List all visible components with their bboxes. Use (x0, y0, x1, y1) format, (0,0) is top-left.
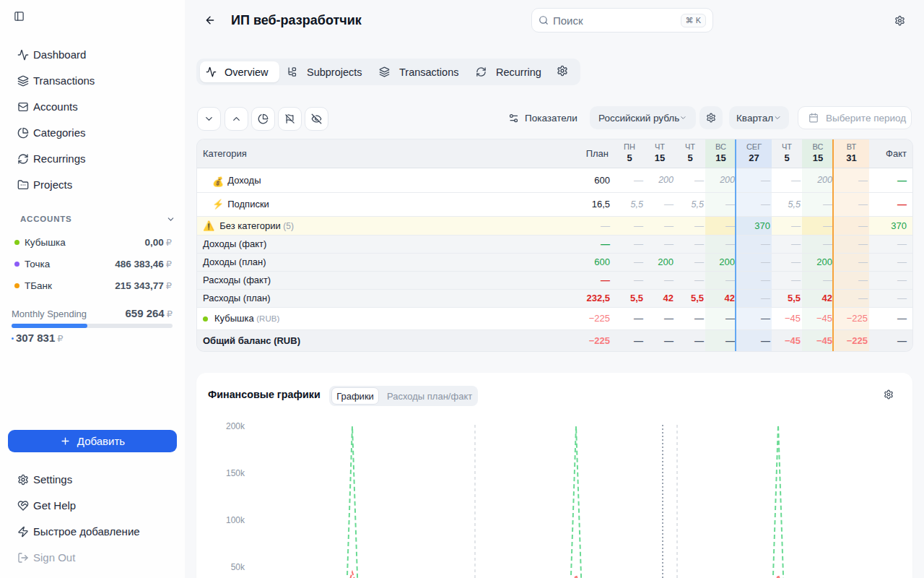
svg-text:150k: 150k (226, 468, 245, 478)
svg-text:200k: 200k (226, 421, 245, 431)
svg-text:100k: 100k (226, 515, 245, 525)
svg-text:50k: 50k (231, 562, 245, 572)
